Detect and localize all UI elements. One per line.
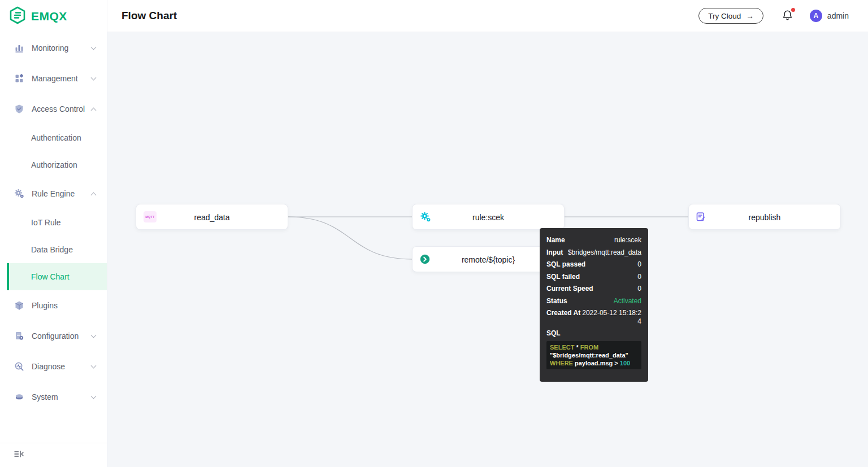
flow-canvas[interactable]: MQTT read_data rule:scek remote/${topic}… — [107, 32, 868, 467]
sidebar-item-flow-chart[interactable]: Flow Chart — [7, 263, 107, 290]
rule-detail-tooltip: Name rule:scek Input $bridges/mqtt:read_… — [540, 228, 648, 382]
tooltip-row: Status Activated — [546, 297, 641, 305]
username[interactable]: admin — [827, 11, 849, 20]
status-badge: Activated — [614, 297, 641, 305]
sidebar-item-authentication[interactable]: Authentication — [0, 124, 107, 151]
arrow-right-icon: → — [746, 12, 754, 20]
tooltip-label: Name — [546, 236, 565, 245]
sidebar-item-label: Configuration — [32, 331, 79, 341]
sidebar-item-monitoring[interactable]: Monitoring — [0, 33, 107, 63]
tooltip-row: Current Speed 0 — [546, 285, 641, 293]
sidebar-item-label: Monitoring — [32, 43, 68, 53]
tooltip-value: 0 — [637, 273, 641, 281]
tooltip-value: $bridges/mqtt:read_data — [568, 248, 641, 257]
sidebar-item-access-control[interactable]: Access Control — [0, 94, 107, 124]
sql-code-block: SELECT * FROM "$bridges/mqtt:read_data" … — [546, 341, 641, 369]
sidebar-item-label: Diagnose — [32, 362, 65, 371]
tooltip-row: Created At 2022-05-12 15:18:24 — [546, 309, 641, 325]
tooltip-row: Input $bridges/mqtt:read_data — [546, 248, 641, 257]
diagnose-icon — [14, 361, 24, 372]
chevron-down-icon — [91, 333, 97, 338]
system-icon — [14, 392, 24, 402]
notifications-button[interactable] — [782, 9, 794, 23]
try-cloud-button[interactable]: Try Cloud → — [698, 8, 763, 24]
sidebar-item-label: Plugins — [32, 301, 58, 310]
sidebar-item-data-bridge[interactable]: Data Bridge — [0, 236, 107, 263]
sql-operator: > — [614, 360, 618, 366]
chevron-up-icon — [91, 192, 97, 198]
tooltip-value: 2022-05-12 15:18:24 — [580, 309, 641, 325]
emqx-logo-icon — [9, 6, 26, 27]
sidebar-item-system[interactable]: System — [0, 382, 107, 412]
node-label: rule:scek — [413, 204, 564, 229]
brand-name: EMQX — [31, 10, 67, 23]
header: Flow Chart Try Cloud → A admin — [107, 0, 868, 32]
tooltip-value: 0 — [637, 260, 641, 269]
collapse-sidebar-icon[interactable] — [14, 449, 24, 461]
tooltip-value: rule:scek — [614, 236, 641, 245]
tooltip-label: SQL failed — [546, 273, 580, 281]
chevron-up-icon — [91, 107, 97, 113]
tooltip-label: Input — [546, 248, 563, 257]
sql-field: payload.msg — [575, 360, 613, 366]
flow-node-rule[interactable]: rule:scek — [412, 204, 565, 230]
monitoring-icon — [14, 43, 24, 53]
sidebar-item-plugins[interactable]: Plugins — [0, 290, 107, 321]
header-actions: Try Cloud → A admin — [698, 8, 849, 24]
sidebar-item-label: Management — [32, 74, 78, 83]
sql-number: 100 — [620, 360, 630, 366]
flow-node-read-data[interactable]: MQTT read_data — [136, 204, 288, 230]
sql-section-label: SQL — [546, 329, 641, 337]
sidebar-item-authorization[interactable]: Authorization — [0, 151, 107, 178]
sql-star: * — [576, 344, 578, 351]
avatar[interactable]: A — [810, 10, 822, 22]
sidebar: EMQX Monitoring Management Access Contro… — [0, 0, 107, 467]
sidebar-footer — [0, 443, 107, 467]
tooltip-row: SQL passed 0 — [546, 260, 641, 269]
tooltip-row: Name rule:scek — [546, 236, 641, 245]
chevron-down-icon — [91, 45, 97, 50]
sql-keyword: FROM — [580, 344, 598, 351]
brand-logo[interactable]: EMQX — [0, 0, 107, 33]
notification-dot — [791, 8, 795, 12]
tooltip-label: Created At — [546, 309, 580, 325]
plugins-icon — [14, 300, 24, 311]
tooltip-label: Status — [546, 297, 567, 305]
sidebar-item-label: System — [32, 392, 58, 401]
access-control-icon — [14, 104, 24, 114]
tooltip-row: SQL failed 0 — [546, 273, 641, 281]
configuration-icon — [14, 331, 24, 341]
sql-source: "$bridges/mqtt:read_data" — [550, 351, 638, 359]
node-label: republish — [689, 204, 840, 229]
node-label: read_data — [136, 204, 288, 229]
chevron-down-icon — [91, 75, 97, 81]
try-cloud-label: Try Cloud — [708, 12, 741, 20]
sidebar-item-configuration[interactable]: Configuration — [0, 321, 107, 351]
sql-keyword: WHERE — [550, 360, 573, 366]
sidebar-item-diagnose[interactable]: Diagnose — [0, 351, 107, 382]
flow-node-republish[interactable]: republish — [688, 204, 841, 230]
tooltip-label: Current Speed — [546, 285, 593, 293]
page-title: Flow Chart — [121, 10, 177, 22]
tooltip-label: SQL passed — [546, 260, 585, 269]
chevron-down-icon — [91, 363, 97, 369]
avatar-letter: A — [814, 12, 819, 20]
sql-keyword: SELECT — [550, 344, 574, 351]
sidebar-item-label: Rule Engine — [32, 189, 75, 198]
sidebar-item-management[interactable]: Management — [0, 63, 107, 94]
management-icon — [14, 73, 24, 84]
rule-engine-icon — [14, 189, 24, 199]
sidebar-item-iot-rule[interactable]: IoT Rule — [0, 209, 107, 236]
sidebar-item-label: Access Control — [32, 104, 85, 114]
chevron-down-icon — [91, 394, 97, 399]
sidebar-item-rule-engine[interactable]: Rule Engine — [0, 178, 107, 209]
tooltip-value: 0 — [637, 285, 641, 293]
